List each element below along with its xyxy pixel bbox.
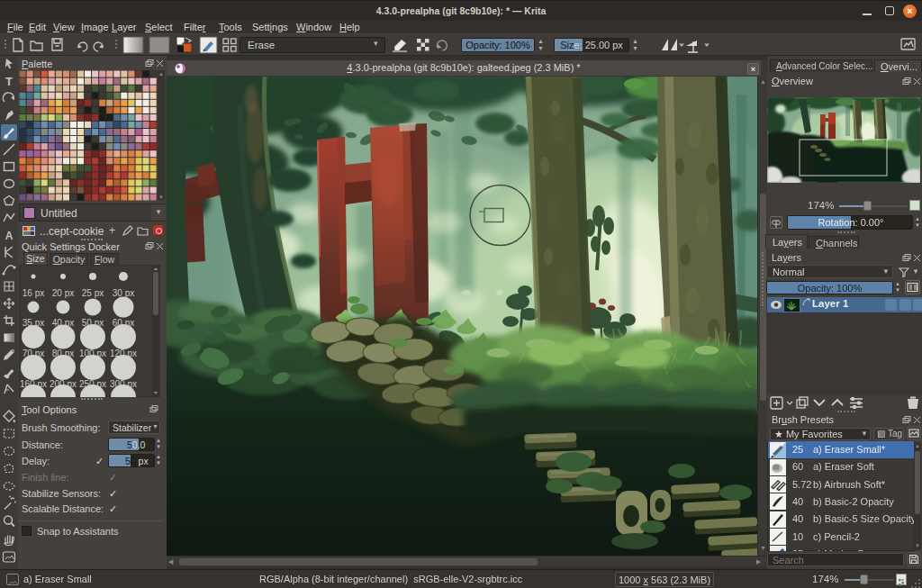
svg-text:T: T [5,75,13,88]
svg-text:A: A [5,230,14,242]
svg-text:16 px: 16 px [23,288,44,298]
svg-text:25 px: 25 px [82,288,104,298]
svg-text:30 px: 30 px [113,288,134,298]
svg-text:20 px: 20 px [52,288,74,298]
